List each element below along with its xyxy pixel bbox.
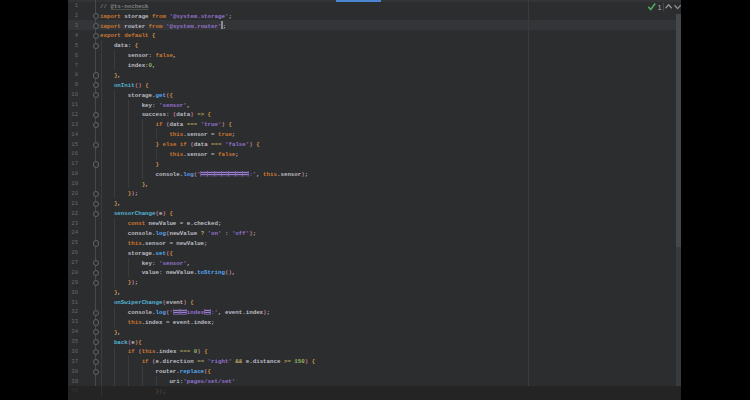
svg-text:1: 1 [658, 3, 662, 12]
